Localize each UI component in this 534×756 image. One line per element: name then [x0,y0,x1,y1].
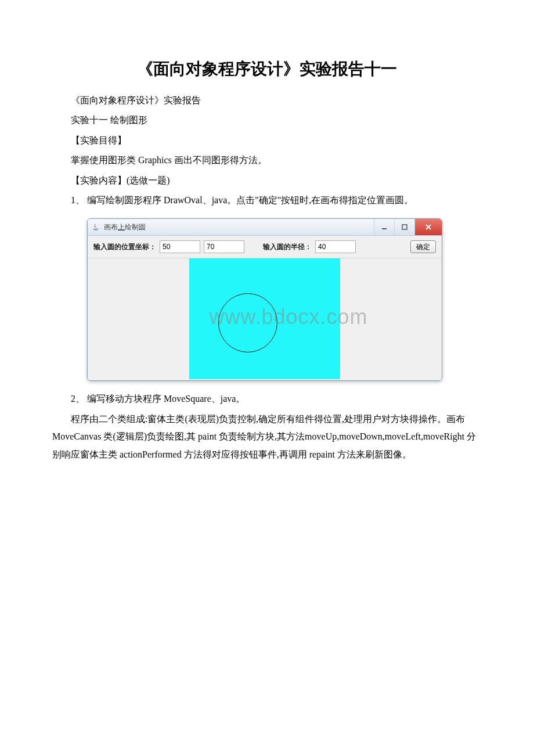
java-icon [91,222,100,232]
app-window: 画布上绘制圆 输入圆的位置坐标： [87,218,442,381]
para-task-2: 2、 编写移动方块程序 MoveSquare、java。 [52,390,482,408]
screenshot-figure: 画布上绘制圆 输入圆的位置坐标： [87,218,482,381]
doc-title: 《面向对象程序设计》实验报告十一 [52,58,482,80]
toolbar: 输入圆的位置坐标： 输入圆的半径： 确定 [88,236,442,258]
para-task-2-body: 程序由二个类组成:窗体主类(表现层)负责控制,确定所有组件得位置,处理用户对方块… [52,411,482,463]
close-button[interactable] [414,219,442,235]
para-purpose-heading: 【实验目得】 [52,132,482,149]
window-title-suffix: 绘制圆 [125,223,146,231]
para-purpose-body: 掌握使用图形类 Graphics 画出不同图形得方法。 [52,152,482,169]
ok-button[interactable]: 确定 [410,240,436,253]
input-radius[interactable] [315,240,356,253]
window-controls [374,219,442,235]
para-task-1: 1、 编写绘制圆形程序 DrawOval、java。点击"确定"按钮时,在画布得… [52,192,482,209]
para-experiment-no: 实验十一 绘制图形 [52,111,482,129]
maximize-button[interactable] [394,219,414,235]
para-subtitle: 《面向对象程序设计》实验报告 [52,92,482,109]
window-titlebar: 画布上绘制圆 [88,219,442,236]
label-position: 输入圆的位置坐标： [93,242,156,252]
window-title: 画布上绘制圆 [104,222,374,232]
para-content-heading: 【实验内容】(选做一题) [52,172,482,189]
window-title-prefix: 画布 [104,223,118,231]
canvas-area: www.bdocx.com [88,258,442,380]
label-radius: 输入圆的半径： [263,242,312,252]
input-y[interactable] [204,240,244,253]
window-title-emph: 上 [118,223,125,231]
minimize-button[interactable] [374,219,394,235]
input-x[interactable] [160,240,200,253]
svg-rect-1 [402,225,407,229]
drawing-canvas [189,258,340,379]
drawn-circle [218,293,277,352]
